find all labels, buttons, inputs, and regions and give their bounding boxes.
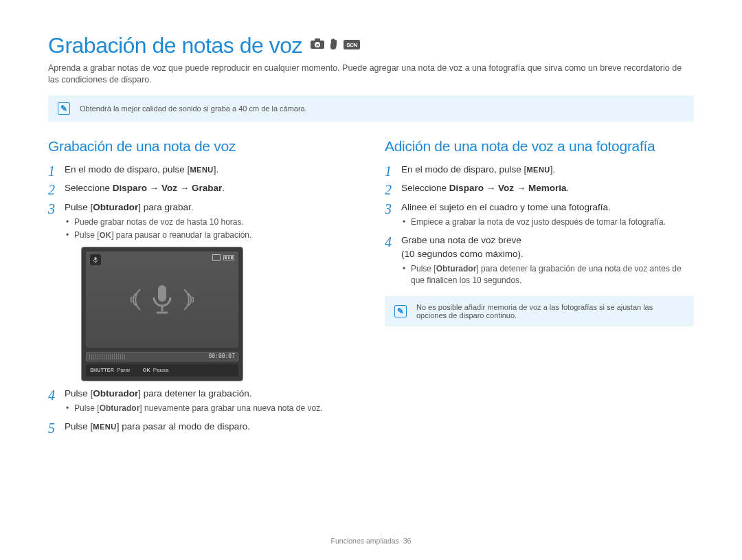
camera-mode-icon: P	[311, 38, 324, 53]
left-step-5: Pulse [] para pasar al modo de disparo.	[48, 420, 357, 434]
left-step-3: Pulse [Obturador] para grabar. Puede gra…	[48, 201, 357, 381]
left-step-1: En el modo de disparo, pulse [].	[48, 163, 357, 177]
right-column: Adición de una nota de voz a una fotogra…	[385, 138, 694, 439]
note-icon: ✎	[58, 102, 70, 115]
ok-icon	[100, 230, 112, 240]
memory-card-icon	[212, 254, 221, 261]
right-step-3-sub1: Empiece a grabar la nota de voz justo de…	[401, 216, 694, 228]
svg-rect-2	[315, 38, 320, 41]
battery-icon	[223, 255, 234, 260]
camera-screen-mockup: 00:00:07 SHUTTERParar OKPausa	[81, 247, 243, 381]
page-title-text: Grabación de notas de voz	[48, 33, 302, 58]
intro-paragraph: Aprenda a grabar notas de voz que puede …	[48, 63, 694, 86]
right-step-1: En el modo de disparo, pulse [].	[385, 163, 694, 177]
recording-graphic	[126, 282, 198, 317]
svg-text:SCN: SCN	[346, 42, 357, 48]
note-text: Obtendrá la mejor calidad de sonido si g…	[80, 104, 307, 113]
menu-icon	[93, 422, 116, 433]
page-footer: Funciones ampliadas 36	[0, 537, 742, 545]
timecode: 00:00:07	[208, 352, 235, 361]
right-heading: Adición de una nota de voz a una fotogra…	[385, 138, 694, 155]
note-box-bottom: ✎ No es posible añadir memoria de voz a …	[385, 296, 694, 326]
left-step-3-sub1: Puede grabar notas de voz de hasta 10 ho…	[65, 216, 357, 228]
left-heading: Grabación de una nota de voz	[48, 138, 357, 155]
note-box-top: ✎ Obtendrá la mejor calidad de sonido si…	[48, 96, 694, 122]
right-step-3: Alinee el sujeto en el cuadro y tome una…	[385, 201, 694, 228]
svg-text:P: P	[316, 43, 319, 47]
sound-wave-left-icon	[126, 282, 144, 317]
note-text: No es posible añadir memoria de voz a la…	[416, 303, 684, 320]
left-step-4: Pulse [Obturador] para detener la grabac…	[48, 387, 357, 414]
left-step-3-sub2: Pulse [] para pausar o reanudar la graba…	[65, 229, 357, 241]
right-step-2: Seleccione Disparo → Voz → Memoria.	[385, 181, 694, 195]
menu-icon	[190, 165, 213, 176]
note-icon: ✎	[394, 305, 407, 317]
left-step-4-sub1: Pulse [Obturador] nuevamente para grabar…	[65, 403, 357, 414]
sound-wave-right-icon	[180, 282, 198, 317]
screen-bottom-bar: SHUTTERParar OKPausa	[86, 364, 238, 377]
right-step-4-sub1: Pulse [Obturador] para detener la grabac…	[401, 263, 694, 287]
mode-icons: P SCN	[311, 38, 360, 54]
scn-mode-icon: SCN	[344, 38, 360, 53]
right-step-4: Grabe una nota de voz breve (10 segundos…	[385, 234, 694, 287]
svg-rect-7	[158, 285, 166, 302]
recording-timeline: 00:00:07	[86, 352, 238, 361]
svg-rect-6	[95, 257, 97, 260]
left-column: Grabación de una nota de voz En el modo …	[48, 138, 357, 439]
menu-icon	[526, 165, 550, 176]
hand-mode-icon	[328, 38, 339, 54]
mic-indicator-icon	[90, 254, 101, 265]
left-step-2: Seleccione Disparo → Voz → Grabar.	[48, 181, 357, 195]
microphone-icon	[148, 282, 176, 317]
page-title: Grabación de notas de voz P SCN	[48, 33, 694, 58]
